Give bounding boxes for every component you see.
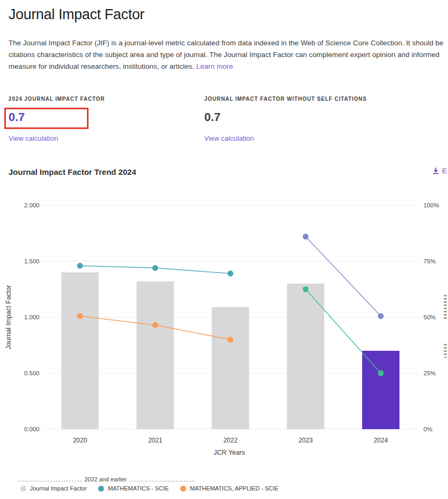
download-icon: [432, 167, 439, 175]
right-axis-tick-label: 75%: [423, 258, 436, 264]
right-axis-label-clipped: [444, 344, 447, 358]
legend-rule-line: [18, 481, 82, 481]
left-axis-tick-label: 0.000: [24, 426, 39, 432]
right-axis-label-clipped: [444, 295, 447, 320]
x-tick-label-2022: 2022: [223, 437, 238, 444]
left-axis-tick-label: 1.000: [24, 314, 39, 320]
legend-item-label: MATHEMATICS - SCIE: [108, 485, 169, 492]
data-point-series0-2021[interactable]: [153, 265, 158, 271]
right-axis-tick-label: 0%: [423, 426, 433, 432]
data-point-series1-2022[interactable]: [228, 337, 234, 343]
right-axis-tick-label: 25%: [423, 370, 436, 376]
legend-swatch-orange: [180, 486, 186, 492]
description-line: citations characteristics of the subject…: [9, 49, 448, 61]
x-tick-label-2023: 2023: [299, 437, 313, 444]
left-axis-title: Journal Impact Factor: [5, 285, 12, 350]
page-title: Journal Impact Factor: [9, 6, 145, 23]
legend-rule-line: [130, 481, 194, 481]
export-button[interactable]: E: [432, 167, 447, 175]
data-point-series1-2020[interactable]: [77, 313, 83, 319]
bar-2020[interactable]: [61, 272, 99, 429]
data-point-series2-2023[interactable]: [303, 234, 309, 239]
bar-2021[interactable]: [137, 281, 174, 429]
legend-item-label: Journal Impact Factor: [30, 485, 86, 492]
description: The Journal Impact Factor (JIF) is a jou…: [9, 37, 448, 73]
description-text: measure for individual researchers, inst…: [9, 62, 194, 70]
legend-swatch-teal: [98, 486, 104, 492]
jif-no-self-metric-label: JOURNAL IMPACT FACTOR WITHOUT SELF CITAT…: [204, 96, 367, 102]
description-line: The Journal Impact Factor (JIF) is a jou…: [9, 37, 448, 49]
x-tick-label-2024: 2024: [374, 437, 388, 444]
data-point-series0-2020[interactable]: [77, 263, 83, 269]
left-axis-tick-label: 1.500: [24, 258, 39, 264]
bar-2022[interactable]: [212, 307, 249, 429]
legend-group-label: 2022 and earlier: [82, 476, 130, 482]
x-tick-label-2020: 2020: [73, 437, 87, 444]
left-axis-tick-label: 2.000: [24, 202, 39, 208]
data-point-series3-2023[interactable]: [303, 286, 309, 292]
data-point-series1-2021[interactable]: [153, 322, 158, 328]
data-point-series2-2024[interactable]: [378, 313, 384, 319]
right-axis-tick-label: 50%: [423, 314, 436, 320]
data-point-series3-2024[interactable]: [378, 371, 384, 376]
x-tick-label-2021: 2021: [148, 437, 163, 444]
description-line: measure for individual researchers, inst…: [9, 61, 448, 73]
jif-no-self-view-calculation-link[interactable]: View calculation: [204, 134, 254, 142]
legend-swatch-gray: [20, 486, 26, 492]
export-button-label: E: [442, 167, 447, 175]
trend-chart-title: Journal Impact Factor Trend 2024: [9, 167, 136, 176]
bar-2023[interactable]: [287, 284, 324, 429]
learn-more-link[interactable]: Learn more: [196, 62, 233, 70]
jif-metric-value: 0.7: [9, 110, 25, 124]
legend-item-mathematics-applied-scie[interactable]: MATHEMATICS, APPLIED - SCIE: [180, 485, 278, 492]
jif-no-self-metric-value: 0.7: [204, 110, 221, 124]
chart-legend: 2022 and earlier Journal Impact Factor M…: [18, 476, 194, 492]
x-axis-title: JCR Years: [213, 449, 245, 456]
jif-view-calculation-link[interactable]: View calculation: [9, 134, 58, 142]
right-axis-tick-label: 100%: [423, 202, 439, 208]
legend-group-rule: 2022 and earlier: [18, 476, 194, 483]
left-axis-tick-label: 0.500: [24, 370, 39, 376]
data-point-series0-2022[interactable]: [228, 271, 234, 277]
bar-2024[interactable]: [362, 351, 399, 429]
jif-metric-label: 2024 JOURNAL IMPACT FACTOR: [9, 96, 105, 102]
legend-item-mathematics-scie[interactable]: MATHEMATICS - SCIE: [98, 485, 169, 492]
legend-item-jif[interactable]: Journal Impact Factor: [20, 485, 86, 492]
jif-trend-chart: 2.000100%1.50075%1.00050%0.50025%0.0000%…: [0, 192, 448, 464]
legend-item-label: MATHEMATICS, APPLIED - SCIE: [190, 485, 278, 492]
